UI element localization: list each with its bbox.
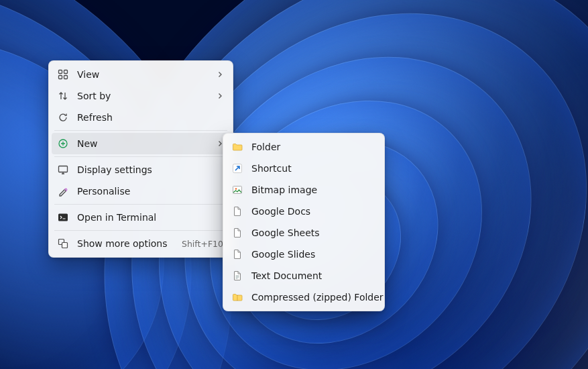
menu-item-refresh[interactable]: Refresh — [52, 107, 230, 128]
menu-item-label: Show more options — [77, 238, 175, 249]
submenu-item-google-sheets[interactable]: Google Sheets — [226, 222, 381, 244]
menu-item-label: View — [77, 69, 210, 80]
google-sheets-icon — [231, 227, 243, 239]
submenu-item-label: Text Document — [251, 270, 375, 281]
svg-rect-2 — [59, 76, 62, 79]
menu-separator — [54, 230, 227, 231]
terminal-icon — [57, 211, 69, 223]
menu-item-accelerator: Shift+F10 — [182, 239, 223, 249]
submenu-item-shortcut[interactable]: Shortcut — [226, 158, 381, 179]
menu-separator — [54, 156, 227, 157]
svg-rect-8 — [62, 243, 68, 248]
menu-item-new[interactable]: New — [52, 133, 230, 154]
shortcut-icon — [231, 162, 243, 174]
menu-separator — [54, 204, 227, 205]
compressed-folder-icon — [231, 291, 243, 303]
submenu-item-label: Folder — [251, 142, 375, 152]
menu-item-label: Sort by — [77, 91, 210, 101]
menu-item-open-in-terminal[interactable]: Open in Terminal — [52, 207, 230, 228]
submenu-item-bitmap-image[interactable]: Bitmap image — [226, 179, 381, 201]
submenu-item-google-slides[interactable]: Google Slides — [226, 244, 381, 265]
submenu-item-label: Shortcut — [251, 163, 375, 174]
menu-item-label: New — [77, 138, 210, 149]
svg-point-11 — [235, 188, 237, 190]
submenu-item-folder[interactable]: Folder — [226, 136, 381, 158]
personalise-icon — [57, 185, 69, 197]
submenu-item-label: Google Sheets — [251, 227, 375, 238]
submenu-item-label: Compressed (zipped) Folder — [251, 292, 384, 303]
view-icon — [57, 68, 69, 81]
submenu-item-label: Google Docs — [251, 206, 375, 217]
chevron-right-icon — [217, 71, 223, 78]
menu-item-label: Personalise — [77, 186, 223, 197]
bitmap-image-icon — [231, 184, 243, 196]
menu-item-sort-by[interactable]: Sort by — [52, 85, 230, 107]
chevron-right-icon — [217, 93, 223, 99]
new-submenu: Folder Shortcut Bitmap image Goo — [223, 133, 385, 311]
desktop-context-menu: View Sort by Refresh — [48, 60, 233, 258]
svg-rect-10 — [233, 187, 242, 194]
svg-rect-5 — [59, 166, 68, 172]
menu-item-show-more-options[interactable]: Show more options Shift+F10 — [52, 233, 230, 254]
submenu-item-label: Bitmap image — [251, 184, 375, 195]
menu-item-label: Display settings — [77, 164, 223, 175]
submenu-item-compressed-folder[interactable]: Compressed (zipped) Folder — [226, 286, 381, 308]
folder-icon — [231, 141, 243, 153]
menu-separator — [54, 130, 227, 131]
sort-icon — [57, 90, 69, 102]
submenu-item-text-document[interactable]: Text Document — [226, 265, 381, 286]
show-more-options-icon — [57, 238, 69, 250]
submenu-item-label: Google Slides — [251, 249, 375, 260]
svg-rect-3 — [64, 76, 68, 79]
svg-rect-6 — [58, 214, 68, 221]
menu-item-display-settings[interactable]: Display settings — [52, 159, 230, 180]
new-icon — [57, 138, 69, 150]
menu-item-label: Refresh — [77, 112, 223, 123]
google-docs-icon — [231, 205, 243, 217]
display-settings-icon — [57, 164, 69, 176]
menu-item-label: Open in Terminal — [77, 212, 223, 223]
menu-item-personalise[interactable]: Personalise — [52, 180, 230, 202]
svg-rect-0 — [59, 70, 62, 74]
svg-rect-1 — [64, 70, 68, 74]
submenu-item-google-docs[interactable]: Google Docs — [226, 201, 381, 222]
text-document-icon — [231, 270, 243, 282]
google-slides-icon — [231, 248, 243, 260]
menu-item-view[interactable]: View — [52, 64, 230, 85]
refresh-icon — [57, 111, 69, 123]
